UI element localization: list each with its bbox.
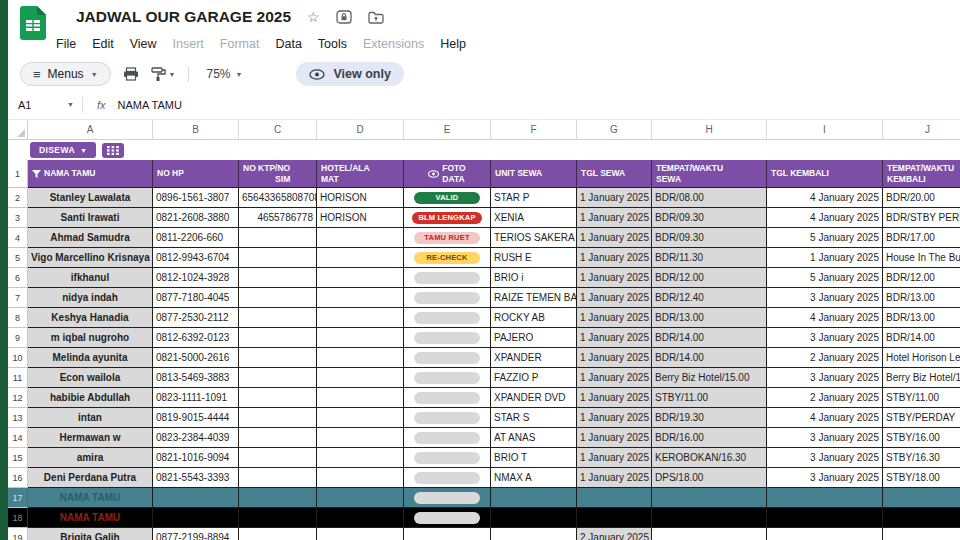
header-cell-A[interactable]: NAMA TAMU: [28, 160, 153, 188]
cell-B12[interactable]: 0823-1111-1091: [153, 388, 239, 408]
cell-G14[interactable]: 1 January 2025: [577, 428, 652, 448]
cell-B4[interactable]: 0811-2206-660: [153, 228, 239, 248]
row-header-12[interactable]: 12: [8, 388, 28, 408]
row-header-4[interactable]: 4: [8, 228, 28, 248]
cell-G13[interactable]: 1 January 2025: [577, 408, 652, 428]
row-header-15[interactable]: 15: [8, 448, 28, 468]
select-all-corner[interactable]: [8, 120, 28, 140]
cell-C3[interactable]: 4655786778: [239, 208, 317, 228]
status-chip[interactable]: [414, 372, 480, 384]
paint-format-button[interactable]: ▼: [151, 67, 176, 81]
cell-G5[interactable]: 1 January 2025: [577, 248, 652, 268]
status-chip[interactable]: [414, 352, 480, 364]
col-header-J[interactable]: J: [883, 120, 960, 140]
sheet-tab-disewa[interactable]: DISEWA ▼: [30, 142, 96, 158]
zoom-control[interactable]: 75% ▼: [201, 64, 249, 84]
cell-D14[interactable]: [317, 428, 404, 448]
cell-G15[interactable]: 1 January 2025: [577, 448, 652, 468]
cell-I8[interactable]: 4 January 2025: [767, 308, 883, 328]
cell-B16[interactable]: 0821-5543-3393: [153, 468, 239, 488]
cell-C2[interactable]: 65643365808708: [239, 188, 317, 208]
row-header-18[interactable]: 18: [8, 508, 28, 528]
row-header-11[interactable]: 11: [8, 368, 28, 388]
cell-D8[interactable]: [317, 308, 404, 328]
cell-J3[interactable]: BDR/STBY PERDA: [883, 208, 960, 228]
cell-A10[interactable]: Melinda ayunita: [28, 348, 153, 368]
cell-I4[interactable]: 5 January 2025: [767, 228, 883, 248]
cell-H3[interactable]: BDR/09.30: [652, 208, 767, 228]
cell-E8[interactable]: [404, 308, 491, 328]
status-chip[interactable]: [414, 512, 480, 524]
cell-I13[interactable]: 4 January 2025: [767, 408, 883, 428]
cell-G19[interactable]: 2 January 2025: [577, 528, 652, 540]
cell-E9[interactable]: [404, 328, 491, 348]
all-sheets-button[interactable]: [102, 143, 124, 158]
cell-G3[interactable]: 1 January 2025: [577, 208, 652, 228]
status-chip[interactable]: [414, 272, 480, 284]
cell-J13[interactable]: STBY/PERDAY: [883, 408, 960, 428]
cell-G18[interactable]: [577, 508, 652, 528]
row-header-17[interactable]: 17: [8, 488, 28, 508]
status-chip[interactable]: BLM LENGKAP: [412, 212, 481, 224]
row-header-14[interactable]: 14: [8, 428, 28, 448]
header-cell-C[interactable]: NO KTP/NO SIM: [239, 160, 317, 188]
cell-A17[interactable]: NAMA TAMU: [28, 488, 153, 508]
cell-J15[interactable]: STBY/16.30: [883, 448, 960, 468]
cell-A5[interactable]: Vigo Marcellino Krisnaya: [28, 248, 153, 268]
cell-H10[interactable]: BDR/14.00: [652, 348, 767, 368]
sheets-logo-icon[interactable]: [20, 6, 46, 40]
header-cell-H[interactable]: TEMPAT/WAKTU SEWA: [652, 160, 767, 188]
cell-H13[interactable]: BDR/19.30: [652, 408, 767, 428]
cell-J19[interactable]: [883, 528, 960, 540]
row-header-16[interactable]: 16: [8, 468, 28, 488]
cell-name-box[interactable]: A1 ▼: [8, 99, 82, 111]
cell-I18[interactable]: [767, 508, 883, 528]
cell-H8[interactable]: BDR/13.00: [652, 308, 767, 328]
cell-A15[interactable]: amira: [28, 448, 153, 468]
cell-D5[interactable]: [317, 248, 404, 268]
cell-J12[interactable]: STBY/11.00: [883, 388, 960, 408]
cell-A8[interactable]: Keshya Hanadia: [28, 308, 153, 328]
cell-F8[interactable]: ROCKY AB: [491, 308, 577, 328]
cell-C6[interactable]: [239, 268, 317, 288]
status-chip[interactable]: [414, 472, 480, 484]
cell-G17[interactable]: [577, 488, 652, 508]
cell-I11[interactable]: 3 January 2025: [767, 368, 883, 388]
cell-I17[interactable]: [767, 488, 883, 508]
cell-D9[interactable]: [317, 328, 404, 348]
menu-tools[interactable]: Tools: [310, 34, 355, 54]
cell-C10[interactable]: [239, 348, 317, 368]
cell-G4[interactable]: 1 January 2025: [577, 228, 652, 248]
cell-G12[interactable]: 1 January 2025: [577, 388, 652, 408]
cell-D19[interactable]: [317, 528, 404, 540]
cell-C17[interactable]: [239, 488, 317, 508]
cell-J18[interactable]: [883, 508, 960, 528]
col-header-H[interactable]: H: [652, 120, 767, 140]
cell-E3[interactable]: BLM LENGKAP: [404, 208, 491, 228]
col-header-A[interactable]: A: [28, 120, 153, 140]
cell-E15[interactable]: [404, 448, 491, 468]
menus-button[interactable]: ≡ Menus ▼: [20, 62, 111, 86]
col-header-F[interactable]: F: [491, 120, 577, 140]
cell-I12[interactable]: 2 January 2025: [767, 388, 883, 408]
header-cell-J[interactable]: TEMPAT/WAKTU KEMBALI: [883, 160, 960, 188]
cell-B14[interactable]: 0823-2384-4039: [153, 428, 239, 448]
col-header-B[interactable]: B: [153, 120, 239, 140]
formula-input[interactable]: NAMA TAMU: [118, 99, 182, 111]
cell-G7[interactable]: 1 January 2025: [577, 288, 652, 308]
cell-B11[interactable]: 0813-5469-3883: [153, 368, 239, 388]
header-cell-F[interactable]: UNIT SEWA: [491, 160, 577, 188]
cell-B17[interactable]: [153, 488, 239, 508]
col-header-C[interactable]: C: [239, 120, 317, 140]
menu-edit[interactable]: Edit: [84, 34, 122, 54]
cell-D10[interactable]: [317, 348, 404, 368]
cell-B10[interactable]: 0821-5000-2616: [153, 348, 239, 368]
cell-H19[interactable]: [652, 528, 767, 540]
cell-I14[interactable]: 3 January 2025: [767, 428, 883, 448]
header-cell-I[interactable]: TGL KEMBALI: [767, 160, 883, 188]
status-chip[interactable]: RE-CHECK: [414, 252, 480, 264]
cell-F11[interactable]: FAZZIO P: [491, 368, 577, 388]
cell-B7[interactable]: 0877-7180-4045: [153, 288, 239, 308]
cell-J5[interactable]: House In The Bus: [883, 248, 960, 268]
cell-E16[interactable]: [404, 468, 491, 488]
